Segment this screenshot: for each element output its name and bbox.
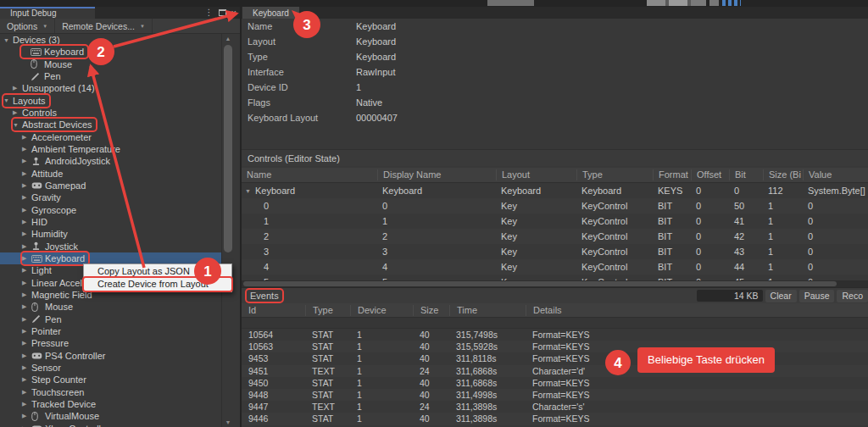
tree-item-joystick[interactable]: ▶Joystick: [0, 241, 221, 252]
maximize-icon[interactable]: [219, 9, 226, 16]
table-row[interactable]: 33KeyKeyControlBIT04310: [242, 244, 868, 259]
expander-closed-icon[interactable]: ▶: [22, 170, 31, 177]
tree-item-layouts[interactable]: ▼Layouts: [0, 95, 221, 107]
tab-input-debug[interactable]: Input Debug: [0, 7, 95, 19]
column-header-layout[interactable]: Layout: [496, 169, 576, 180]
table-row[interactable]: 9447TEXT124311,3898sCharacter='s': [242, 401, 868, 413]
expander-closed-icon[interactable]: ▶: [22, 352, 31, 359]
tree-item-virtualmouse[interactable]: ▶VirtualMouse: [0, 410, 221, 422]
record-button[interactable]: Reco: [837, 290, 868, 302]
tree-item-keyboard[interactable]: Keyboard: [0, 46, 221, 58]
tree-item-gyroscope[interactable]: ▶Gyroscope: [0, 204, 221, 216]
column-header-type[interactable]: Type: [305, 305, 350, 316]
expander-closed-icon[interactable]: ▶: [22, 207, 31, 214]
expander-closed-icon[interactable]: ▶: [22, 413, 31, 419]
tree-item-tracked-device[interactable]: ▶Tracked Device: [0, 398, 221, 410]
table-row[interactable]: 00KeyKeyControlBIT05010: [242, 198, 868, 214]
tree-item-gravity[interactable]: ▶Gravity: [0, 191, 221, 203]
remote-devices-dropdown[interactable]: Remote Devices... ▼: [55, 19, 153, 33]
expander-closed-icon[interactable]: ▶: [22, 316, 31, 323]
expander-closed-icon[interactable]: ▶: [22, 146, 31, 152]
tree-item-pen[interactable]: Pen: [0, 70, 221, 82]
expander-closed-icon[interactable]: ▶: [22, 267, 31, 274]
tree-item-touchscreen[interactable]: ▶Touchscreen: [0, 386, 221, 398]
expander-closed-icon[interactable]: ▶: [22, 303, 31, 310]
column-header-details[interactable]: Details: [526, 305, 868, 316]
kebab-menu-icon[interactable]: ⋮: [205, 8, 214, 17]
expander-open-icon[interactable]: ▼: [13, 122, 22, 128]
tree-item-xbox-controller[interactable]: ▶Xbox Controller: [0, 423, 221, 427]
tree-item-controls[interactable]: ▶Controls: [0, 107, 221, 119]
table-row[interactable]: 11KeyKeyControlBIT04110: [242, 214, 868, 229]
menu-item-create-device-from-layout[interactable]: Create Device from Layout: [84, 278, 231, 291]
expander-closed-icon[interactable]: ▶: [22, 340, 31, 347]
expander-closed-icon[interactable]: ▶: [22, 364, 31, 371]
table-row[interactable]: 44KeyKeyControlBIT04410: [242, 259, 868, 274]
pause-button[interactable]: Pause: [799, 290, 835, 302]
expander-closed-icon[interactable]: ▶: [13, 109, 22, 116]
expander-open-icon[interactable]: ▼: [245, 188, 255, 194]
table-row[interactable]: 9446STAT140311,3898sFormat=KEYS: [242, 413, 868, 424]
column-header-display-name[interactable]: Display Name: [377, 169, 496, 180]
column-header-type[interactable]: Type: [576, 169, 653, 180]
expander-closed-icon[interactable]: ▶: [22, 219, 31, 225]
column-header-bit[interactable]: Bit: [729, 169, 763, 180]
tree-item-abstract-devices[interactable]: ▼Abstract Devices: [0, 119, 221, 130]
tree-item-sensor[interactable]: ▶Sensor: [0, 362, 221, 374]
expander-closed-icon[interactable]: ▶: [22, 389, 31, 396]
menu-item-copy-layout-as-json[interactable]: Copy Layout as JSON: [84, 265, 231, 278]
expander-closed-icon[interactable]: ▶: [22, 328, 31, 335]
close-icon[interactable]: ×: [231, 8, 236, 18]
tree-item-accelerometer[interactable]: ▶Accelerometer: [0, 131, 221, 143]
tree-item-pen[interactable]: ▶Pen: [0, 313, 221, 325]
scroll-down-icon[interactable]: ▼: [222, 419, 234, 425]
expander-closed-icon[interactable]: ▶: [22, 134, 31, 141]
tab-keyboard[interactable]: Keyboard: [242, 7, 299, 19]
tree-item-hid[interactable]: ▶HID: [0, 216, 221, 228]
table-row[interactable]: 10564STAT140315,7498sFormat=KEYS: [242, 329, 868, 341]
controls-hscrollbar[interactable]: [242, 280, 868, 287]
tree-scrollbar[interactable]: ▲ ▼: [221, 34, 234, 427]
press-any-key-button[interactable]: Beliebige Taste drücken: [637, 347, 775, 373]
expander-open-icon[interactable]: ▼: [3, 97, 13, 103]
expander-closed-icon[interactable]: ▶: [13, 85, 22, 92]
tree-item-androidjoystick[interactable]: ▶AndroidJoystick: [0, 155, 221, 167]
column-header-size[interactable]: Size: [413, 305, 449, 316]
column-header-device[interactable]: Device: [350, 305, 413, 316]
expander-closed-icon[interactable]: ▶: [22, 376, 31, 383]
tree-item-humidity[interactable]: ▶Humidity: [0, 228, 221, 240]
tree-item-pressure[interactable]: ▶Pressure: [0, 337, 221, 349]
expander-closed-icon[interactable]: ▶: [22, 230, 31, 237]
tree-item-attitude[interactable]: ▶Attitude: [0, 168, 221, 180]
scroll-up-icon[interactable]: ▲: [222, 36, 234, 42]
table-row[interactable]: 9448STAT140311,4998sFormat=KEYS: [242, 389, 868, 401]
tree-item-ambient-temperature[interactable]: ▶Ambient Temperature: [0, 143, 221, 155]
expander-closed-icon[interactable]: ▶: [22, 243, 31, 250]
expander-closed-icon[interactable]: ▶: [22, 182, 31, 189]
expander-closed-icon[interactable]: ▶: [22, 255, 31, 262]
tree-item-ps4-controller[interactable]: ▶PS4 Controller: [0, 350, 221, 362]
column-header-name[interactable]: Name: [242, 169, 377, 180]
expander-closed-icon[interactable]: ▶: [22, 291, 31, 298]
expander-closed-icon[interactable]: ▶: [22, 280, 31, 286]
tree-item-gamepad[interactable]: ▶Gamepad: [0, 180, 221, 191]
column-header-time[interactable]: Time: [449, 305, 526, 316]
column-header-format[interactable]: Format: [653, 169, 691, 180]
expander-closed-icon[interactable]: ▶: [22, 158, 31, 164]
table-row[interactable]: 22KeyKeyControlBIT04210: [242, 229, 868, 244]
expander-closed-icon[interactable]: ▶: [22, 194, 31, 201]
tree-item-mouse[interactable]: ▶Mouse: [0, 301, 221, 313]
column-header-offset[interactable]: Offset: [691, 169, 729, 180]
tree-item-pointer[interactable]: ▶Pointer: [0, 325, 221, 337]
tree-item-mouse[interactable]: Mouse: [0, 58, 221, 70]
tree-item-step-counter[interactable]: ▶Step Counter: [0, 374, 221, 385]
table-row[interactable]: 9450STAT140311,6868sFormat=KEYS: [242, 377, 868, 389]
expander-closed-icon[interactable]: ▶: [22, 401, 31, 408]
scrollbar-thumb[interactable]: [224, 45, 232, 252]
hscrollbar-thumb[interactable]: [243, 281, 837, 286]
column-header-size-bi[interactable]: Size (Bi: [763, 169, 803, 180]
table-row[interactable]: ▼KeyboardKeyboardKeyboardKeyboardKEYS001…: [242, 183, 868, 198]
tree-item-unsupported-14[interactable]: ▶Unsupported (14): [0, 82, 221, 94]
tree-item-devices-3[interactable]: ▼Devices (3): [0, 34, 221, 46]
options-dropdown[interactable]: Options ▼: [0, 19, 55, 33]
